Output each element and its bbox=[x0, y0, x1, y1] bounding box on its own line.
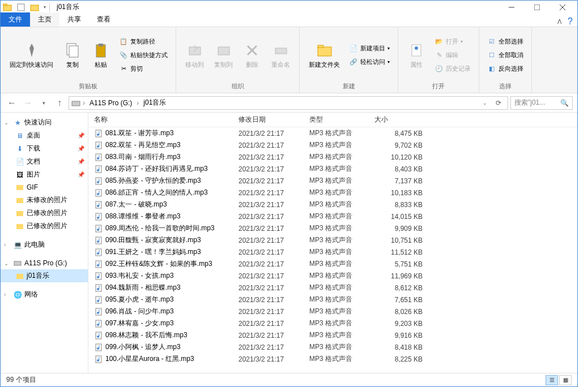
column-name[interactable]: 名称 bbox=[94, 115, 238, 124]
breadcrumb-folder[interactable]: j01音乐 bbox=[141, 97, 168, 109]
file-date: 2021/3/2 21:17 bbox=[238, 320, 309, 328]
back-button[interactable]: ← bbox=[5, 96, 19, 110]
mp3-icon bbox=[94, 343, 103, 352]
file-row[interactable]: 095.夏小虎 - 逝年.mp3 2021/3/2 21:17 MP3 格式声音… bbox=[88, 294, 577, 306]
copy-button[interactable]: 复制 bbox=[60, 29, 85, 81]
newitem-button[interactable]: 📄新建项目 ▾ bbox=[347, 43, 392, 54]
moveto-button[interactable]: 移动到 bbox=[182, 29, 207, 81]
sidebar-gif[interactable]: GIF bbox=[1, 181, 88, 194]
sidebar-modified2[interactable]: 已修改的照片 bbox=[1, 220, 88, 233]
copypath-button[interactable]: 📋复制路径 bbox=[117, 36, 170, 48]
file-row[interactable]: 088.谭维维 - 攀登者.mp3 2021/3/2 21:17 MP3 格式声… bbox=[88, 210, 577, 222]
sidebar-unmodified[interactable]: 未修改的照片 bbox=[1, 194, 88, 207]
svg-rect-70 bbox=[96, 296, 101, 303]
invertselect-button[interactable]: ◧反向选择 bbox=[485, 63, 526, 75]
file-row[interactable]: 087.太一 - 破晓.mp3 2021/3/2 21:17 MP3 格式声音 … bbox=[88, 199, 577, 210]
chevron-right-icon[interactable]: › bbox=[135, 99, 140, 107]
view-details-button[interactable]: ☰ bbox=[546, 375, 558, 385]
delete-button[interactable]: 删除 bbox=[240, 29, 265, 81]
address-field[interactable]: › A11S Pro (G:) › j01音乐 ⌄ ⟳ bbox=[69, 96, 508, 110]
svg-point-83 bbox=[97, 347, 99, 350]
search-icon: 🔍 bbox=[560, 99, 569, 107]
pasteshortcut-button[interactable]: 📎粘贴快捷方式 bbox=[117, 50, 170, 61]
sidebar-downloads[interactable]: ⬇下载📌 bbox=[1, 142, 88, 155]
svg-rect-11 bbox=[99, 44, 103, 46]
file-row[interactable]: 096.肖战 - 问少年.mp3 2021/3/2 21:17 MP3 格式声音… bbox=[88, 306, 577, 317]
up-button[interactable]: ↑ bbox=[53, 96, 66, 110]
open-button[interactable]: 📂打开 ▾ bbox=[432, 36, 473, 48]
edit-button[interactable]: ✎编辑 bbox=[432, 50, 473, 61]
file-row[interactable]: 089.周杰伦 - 给我一首歌的时间.mp3 2021/3/2 21:17 MP… bbox=[88, 222, 577, 234]
file-row[interactable]: 081.双笙 - 谢芳菲.mp3 2021/3/2 21:17 MP3 格式声音… bbox=[88, 127, 577, 139]
history-button[interactable]: 🕘历史记录 bbox=[432, 63, 473, 75]
paste-button[interactable]: 粘贴 bbox=[88, 29, 113, 81]
sidebar-modified[interactable]: 已修改的照片 bbox=[1, 207, 88, 220]
svg-rect-43 bbox=[96, 190, 101, 196]
copyto-button[interactable]: 复制到 bbox=[211, 29, 236, 81]
pin-quickaccess-button[interactable]: 固定到快速访问 bbox=[6, 29, 57, 81]
file-row[interactable]: 092.王梓钰&陈文辉 - 如果的事.mp3 2021/3/2 21:17 MP… bbox=[88, 258, 577, 270]
recent-dropdown[interactable]: ▾ bbox=[37, 96, 50, 110]
tab-home[interactable]: 主页 bbox=[30, 12, 59, 27]
rename-button[interactable]: 重命名 bbox=[268, 29, 293, 81]
maximize-button[interactable] bbox=[524, 1, 549, 14]
help-icon[interactable]: ? bbox=[568, 16, 573, 27]
file-row[interactable]: 086.邰正宵 - 情人之间的情人.mp3 2021/3/2 21:17 MP3… bbox=[88, 187, 577, 199]
tab-share[interactable]: 共享 bbox=[59, 12, 89, 27]
file-size: 8,026 KB bbox=[374, 308, 434, 316]
sidebar-thispc[interactable]: ›💻此电脑 bbox=[1, 238, 88, 251]
easyaccess-button[interactable]: 🔗轻松访问 ▾ bbox=[347, 57, 392, 68]
window-title: j01音乐 bbox=[57, 2, 79, 12]
file-row[interactable]: 097.林宥嘉 - 少女.mp3 2021/3/2 21:17 MP3 格式声音… bbox=[88, 317, 577, 329]
close-button[interactable] bbox=[549, 1, 575, 14]
sidebar-folder-current[interactable]: j01音乐 bbox=[1, 269, 88, 282]
file-row[interactable]: 084.苏诗丁 - 还好我们再遇见.mp3 2021/3/2 21:17 MP3… bbox=[88, 163, 577, 175]
sidebar-drive[interactable]: ⌄A11S Pro (G:) bbox=[1, 257, 88, 269]
tab-view[interactable]: 查看 bbox=[89, 12, 118, 27]
refresh-icon[interactable]: ⟳ bbox=[492, 96, 505, 110]
selectnone-button[interactable]: ☐全部取消 bbox=[485, 50, 526, 61]
sidebar-network[interactable]: ›🌐网络 bbox=[1, 288, 88, 301]
cut-button[interactable]: ✂剪切 bbox=[117, 63, 170, 75]
tab-file[interactable]: 文件 bbox=[1, 12, 30, 27]
file-row[interactable]: 094.魏新雨 - 相思蝶.mp3 2021/3/2 21:17 MP3 格式声… bbox=[88, 282, 577, 294]
forward-button[interactable]: → bbox=[21, 96, 35, 110]
file-row[interactable]: 085.孙燕姿 - 守护永恒的爱.mp3 2021/3/2 21:17 MP3 … bbox=[88, 175, 577, 187]
file-row[interactable]: 091.王妍之 - 嘿！李兰妈妈.mp3 2021/3/2 21:17 MP3 … bbox=[88, 246, 577, 258]
file-type: MP3 格式声音 bbox=[309, 212, 374, 221]
column-date[interactable]: 修改日期 bbox=[238, 115, 309, 124]
dropdown-icon[interactable]: ▾ bbox=[44, 5, 46, 10]
ribbon-collapse-icon[interactable]: ᐱ bbox=[557, 18, 562, 25]
search-input[interactable]: 搜索"j01... 🔍 bbox=[510, 96, 573, 110]
file-date: 2021/3/2 21:17 bbox=[238, 343, 309, 351]
checkbox-icon[interactable] bbox=[16, 3, 25, 12]
file-row[interactable]: 090.田馥甄 - 寂寞寂寞就好.mp3 2021/3/2 21:17 MP3 … bbox=[88, 234, 577, 246]
chevron-right-icon[interactable]: › bbox=[82, 99, 86, 107]
file-name: 087.太一 - 破晓.mp3 bbox=[105, 200, 167, 209]
file-row[interactable]: 100.小星星Aurora - 红黑.mp3 2021/3/2 21:17 MP… bbox=[88, 353, 577, 365]
file-row[interactable]: 099.小阿枫 - 追梦人.mp3 2021/3/2 21:17 MP3 格式声… bbox=[88, 341, 577, 353]
file-row[interactable]: 082.双笙 - 再见悟空.mp3 2021/3/2 21:17 MP3 格式声… bbox=[88, 139, 577, 151]
svg-point-20 bbox=[415, 46, 418, 50]
column-type[interactable]: 类型 bbox=[309, 115, 374, 124]
properties-button[interactable]: 属性 bbox=[404, 29, 429, 81]
sidebar-quickaccess[interactable]: ⌄★快速访问 bbox=[1, 116, 88, 129]
svg-point-59 bbox=[97, 252, 99, 255]
file-row[interactable]: 098.林志颖 - 我不后悔.mp3 2021/3/2 21:17 MP3 格式… bbox=[88, 329, 577, 341]
file-row[interactable]: 083.司南 - 烟雨行舟.mp3 2021/3/2 21:17 MP3 格式声… bbox=[88, 151, 577, 163]
addr-dropdown-icon[interactable]: ⌄ bbox=[478, 96, 492, 110]
column-size[interactable]: 大小 bbox=[374, 115, 434, 124]
file-type: MP3 格式声音 bbox=[309, 223, 374, 233]
sidebar-desktop[interactable]: 🖥桌面📌 bbox=[1, 129, 88, 142]
sidebar-documents[interactable]: 📄文档📌 bbox=[1, 155, 88, 168]
pin-icon: 📌 bbox=[78, 171, 84, 178]
sidebar-pictures[interactable]: 🖼图片📌 bbox=[1, 168, 88, 181]
file-name: 085.孙燕姿 - 守护永恒的爱.mp3 bbox=[105, 176, 201, 186]
file-row[interactable]: 093.韦礼安 - 女孩.mp3 2021/3/2 21:17 MP3 格式声音… bbox=[88, 270, 577, 282]
selectall-button[interactable]: ☑全部选择 bbox=[485, 36, 526, 48]
breadcrumb-drive[interactable]: A11S Pro (G:) bbox=[87, 98, 134, 108]
view-icons-button[interactable]: ▦ bbox=[559, 375, 572, 385]
mp3-icon bbox=[94, 188, 103, 197]
minimize-button[interactable] bbox=[498, 1, 524, 14]
newfolder-button[interactable]: 新建文件夹 bbox=[305, 29, 343, 81]
